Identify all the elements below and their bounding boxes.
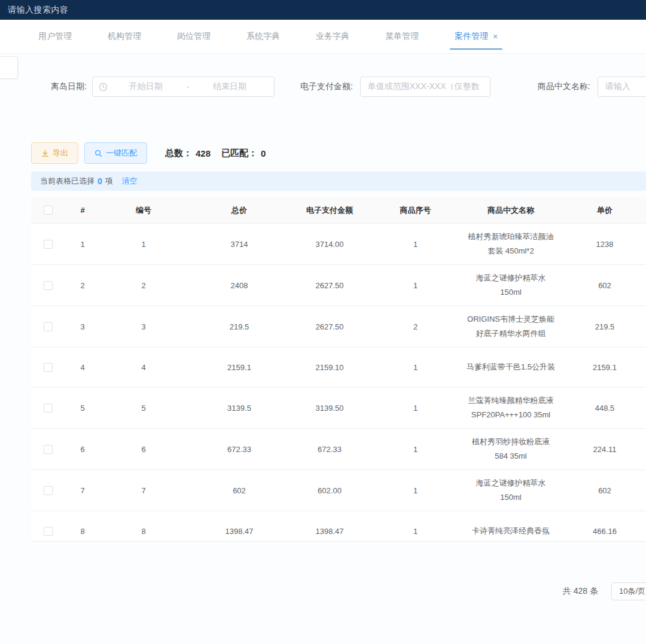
nav-tab[interactable]: 案件管理 × <box>437 20 516 53</box>
nav-tab[interactable]: 菜单管理 × <box>367 20 437 53</box>
nav-tab[interactable]: 岗位管理 × <box>159 20 228 53</box>
cell-seq: 1 <box>367 527 464 536</box>
table-row: 7 7 602 602.00 1 海蓝之谜修护精萃水 150ml 602 <box>31 470 646 511</box>
cell-epay: 2627.50 <box>292 281 367 290</box>
matched-label: 已匹配： <box>221 148 257 159</box>
table-row: 3 3 219.5 2627.50 2 ORIGINS韦博士灵芝焕能好底子精华水… <box>31 306 646 347</box>
cell-index: 2 <box>65 281 100 290</box>
table-row: 5 5 3139.5 3139.50 1 兰蔻菁纯臻颜精华粉底液SPF20PA+… <box>31 387 646 429</box>
clear-selection-link[interactable]: 清空 <box>122 176 138 187</box>
tab-label: 岗位管理 <box>177 31 211 42</box>
tab-label: 系统字典 <box>246 31 280 42</box>
cell-epay: 2627.50 <box>292 322 367 331</box>
nav-tab[interactable]: 系统字典 × <box>228 20 298 53</box>
column-header-unit[interactable]: 单价 <box>558 205 646 216</box>
row-checkbox[interactable] <box>44 363 53 372</box>
product-placeholder: 请输入 <box>605 81 630 92</box>
selection-count: 0 <box>97 176 102 186</box>
row-checkbox[interactable] <box>44 322 53 331</box>
cell-total: 672.33 <box>187 445 292 454</box>
column-header-no[interactable]: 编号 <box>100 205 187 216</box>
cell-product-name: 海蓝之谜修护精萃水 150ml <box>464 265 558 306</box>
row-checkbox-cell <box>31 486 65 495</box>
row-checkbox[interactable] <box>44 404 53 413</box>
cell-index: 1 <box>65 240 100 249</box>
cell-no: 5 <box>100 404 187 413</box>
toolbar: 导出 一键匹配 总数：428 已匹配：0 <box>31 142 266 164</box>
nav-tab[interactable]: 业务字典 × <box>298 20 367 53</box>
cell-product-name: 植村秀新琥珀臻萃洁颜油套装 450ml*2 <box>464 224 558 264</box>
column-header-epay[interactable]: 电子支付金额 <box>292 205 367 216</box>
cell-seq: 1 <box>367 445 464 454</box>
total-label: 总数： <box>165 148 192 159</box>
tab-bar: 用户管理 × 机构管理 × 岗位管理 × 系统字典 × 业务字典 × 菜单管理 … <box>0 20 646 54</box>
tab-label: 机构管理 <box>108 31 141 42</box>
cell-epay: 1398.47 <box>292 527 367 536</box>
cell-index: 6 <box>65 445 100 454</box>
cell-total: 1398.47 <box>187 527 292 536</box>
row-checkbox-cell <box>31 445 65 454</box>
row-checkbox[interactable] <box>44 445 53 454</box>
cell-unit-price: 219.5 <box>558 322 646 331</box>
cell-seq: 1 <box>367 363 464 372</box>
table-row: 4 4 2159.1 2159.10 1 马爹利蓝带干邑1.5公升装 2159.… <box>31 347 646 387</box>
cell-index: 8 <box>65 527 100 536</box>
cell-seq: 1 <box>367 281 464 290</box>
selection-suffix: 项 <box>105 176 113 187</box>
cell-product-name: 兰蔻菁纯臻颜精华粉底液SPF20PA+++100 35ml <box>464 387 558 428</box>
cell-product-name: 马爹利蓝带干邑1.5公升装 <box>464 354 558 380</box>
page-size-select[interactable]: 10条/页 <box>611 582 646 600</box>
export-button-label: 导出 <box>53 148 68 158</box>
amount-placeholder: 单值或范围XXX-XXX（仅整数 <box>368 81 480 92</box>
end-date-placeholder[interactable]: 结束日期 <box>191 81 268 92</box>
cell-no: 3 <box>100 322 187 331</box>
row-checkbox[interactable] <box>44 240 53 249</box>
cell-index: 3 <box>65 322 100 331</box>
cell-total: 2159.1 <box>187 363 292 372</box>
start-date-placeholder[interactable]: 开始日期 <box>108 81 184 92</box>
column-header-index[interactable]: # <box>65 206 100 215</box>
global-search-input[interactable]: 请输入搜索内容 <box>8 5 69 16</box>
date-range-input[interactable]: 开始日期 - 结束日期 <box>92 77 275 97</box>
top-navbar: 请输入搜索内容 <box>0 0 646 20</box>
nav-tab[interactable]: 机构管理 × <box>90 20 159 53</box>
row-checkbox-cell <box>31 363 65 372</box>
cell-unit-price: 466.16 <box>558 527 646 536</box>
row-checkbox[interactable] <box>44 486 53 495</box>
cell-no: 8 <box>100 527 187 536</box>
column-header-total[interactable]: 总价 <box>187 205 292 216</box>
amount-filter-label: 电子支付金额: <box>300 81 353 92</box>
product-name-input[interactable]: 请输入 <box>598 77 646 97</box>
cell-index: 5 <box>65 404 100 413</box>
cell-no: 4 <box>100 363 187 372</box>
row-checkbox-cell <box>31 322 65 331</box>
cell-total: 602 <box>187 486 292 495</box>
cell-index: 7 <box>65 486 100 495</box>
cell-product-name: 卡诗菁纯亮泽经典香氛 <box>464 518 558 542</box>
tab-label: 用户管理 <box>38 31 72 42</box>
table-row: 1 1 3714 3714.00 1 植村秀新琥珀臻萃洁颜油套装 450ml*2… <box>31 224 646 265</box>
tab-label: 菜单管理 <box>385 31 419 42</box>
close-icon[interactable]: × <box>493 32 498 41</box>
total-value: 428 <box>196 148 211 158</box>
row-checkbox[interactable] <box>44 527 53 536</box>
nav-tab[interactable]: 用户管理 × <box>20 20 90 53</box>
table-row: 8 8 1398.47 1398.47 1 卡诗菁纯亮泽经典香氛 466.16 <box>31 511 646 542</box>
cell-total: 2408 <box>187 281 292 290</box>
select-all-checkbox[interactable] <box>44 206 53 215</box>
cell-unit-price: 602 <box>558 486 646 495</box>
data-table: # 编号 总价 电子支付金额 商品序号 商品中文名称 单价 1 1 3714 3… <box>31 197 646 542</box>
cell-no: 6 <box>100 445 187 454</box>
tab-label: 业务字典 <box>316 31 349 42</box>
pagination-total: 共 428 条 <box>563 586 598 597</box>
one-click-match-button[interactable]: 一键匹配 <box>84 142 147 164</box>
amount-input[interactable]: 单值或范围XXX-XXX（仅整数 <box>360 77 490 97</box>
row-checkbox[interactable] <box>44 281 53 290</box>
cell-epay: 2159.10 <box>292 363 367 372</box>
matched-value: 0 <box>261 148 266 158</box>
tab-label: 案件管理 <box>455 31 488 42</box>
column-header-name[interactable]: 商品中文名称 <box>464 205 558 216</box>
cell-total: 3714 <box>187 240 292 249</box>
export-button[interactable]: 导出 <box>31 142 78 164</box>
column-header-seq[interactable]: 商品序号 <box>367 205 464 216</box>
